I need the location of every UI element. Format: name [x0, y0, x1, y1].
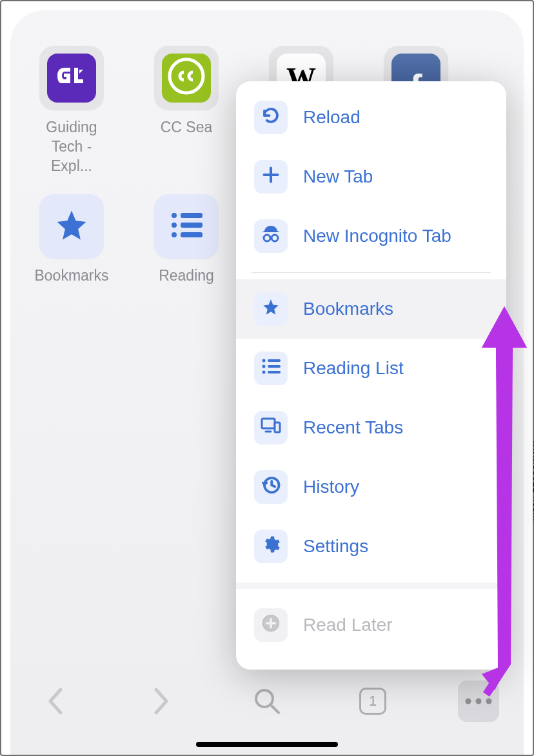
overflow-menu: Reload New Tab New Incognito Tab Bookmar… — [236, 81, 506, 670]
list-icon — [170, 212, 203, 241]
menu-reading-list[interactable]: Reading List — [236, 339, 506, 398]
menu-history[interactable]: History — [236, 457, 506, 517]
svg-rect-18 — [268, 359, 281, 362]
favorite-label: Guiding Tech - Expl... — [30, 118, 114, 176]
menu-label: New Incognito Tab — [303, 226, 451, 246]
menu-label: New Tab — [303, 166, 373, 187]
svg-point-9 — [466, 699, 471, 704]
menu-settings[interactable]: Settings — [236, 517, 506, 576]
menu-separator-thick — [236, 582, 506, 589]
star-icon — [262, 298, 280, 321]
more-menu-button[interactable] — [458, 681, 499, 722]
more-dots-icon — [464, 697, 493, 705]
svg-rect-20 — [268, 365, 281, 368]
shortcut-label: Bookmarks — [34, 266, 108, 286]
svg-point-21 — [262, 370, 266, 373]
menu-label: History — [303, 477, 359, 497]
watermark-text: www.989214.com — [531, 441, 534, 521]
svg-rect-6 — [181, 232, 203, 237]
plus-icon — [262, 166, 280, 188]
add-circle-icon — [261, 613, 281, 637]
incognito-icon — [261, 224, 281, 248]
menu-bookmarks[interactable]: Bookmarks — [236, 279, 506, 339]
menu-new-tab[interactable]: New Tab — [236, 147, 506, 206]
back-button[interactable] — [35, 681, 76, 722]
tab-count-badge: 1 — [359, 688, 386, 715]
favorite-guiding-tech[interactable]: Guiding Tech - Expl... — [30, 46, 114, 176]
reload-icon — [261, 106, 281, 130]
svg-rect-25 — [275, 423, 280, 432]
search-button[interactable] — [246, 681, 288, 722]
forward-button[interactable] — [141, 681, 182, 722]
svg-point-11 — [486, 699, 492, 704]
gt-icon — [57, 64, 86, 92]
svg-point-5 — [172, 232, 177, 237]
svg-rect-2 — [181, 213, 203, 218]
svg-rect-23 — [262, 419, 275, 428]
svg-point-0 — [170, 59, 203, 93]
home-indicator — [196, 742, 338, 747]
svg-point-3 — [172, 223, 177, 228]
svg-point-14 — [264, 235, 270, 241]
search-icon — [253, 687, 281, 715]
shortcut-label: Reading — [159, 266, 214, 286]
svg-rect-22 — [268, 371, 281, 373]
list-icon — [261, 358, 281, 379]
menu-label: Recent Tabs — [303, 417, 403, 438]
shortcut-reading-list[interactable]: Reading — [144, 194, 228, 286]
chevron-right-icon — [152, 687, 170, 715]
cc-icon — [167, 57, 206, 100]
menu-recent-tabs[interactable]: Recent Tabs — [236, 398, 506, 457]
svg-point-10 — [476, 699, 482, 704]
shortcut-bookmarks[interactable]: Bookmarks — [30, 194, 114, 286]
menu-reload[interactable]: Reload — [236, 88, 506, 147]
menu-read-later: Read Later — [236, 595, 506, 655]
gear-icon — [261, 535, 281, 559]
svg-point-1 — [172, 213, 177, 218]
svg-point-17 — [262, 359, 266, 362]
chevron-left-icon — [46, 687, 64, 715]
svg-point-19 — [262, 364, 266, 368]
menu-label: Read Later — [303, 615, 393, 635]
menu-separator — [252, 272, 491, 273]
svg-rect-4 — [181, 223, 203, 228]
menu-label: Bookmarks — [303, 299, 393, 319]
tabs-button[interactable]: 1 — [352, 681, 393, 722]
favorite-label: CC Sea — [161, 118, 213, 137]
menu-label: Reload — [303, 107, 361, 128]
svg-line-8 — [271, 705, 279, 713]
menu-label: Settings — [303, 536, 368, 557]
svg-point-15 — [272, 235, 278, 241]
history-icon — [261, 475, 281, 499]
star-icon — [54, 208, 89, 245]
devices-icon — [261, 417, 281, 439]
favorite-cc-search[interactable]: CC Sea — [144, 46, 228, 176]
menu-label: Reading List — [303, 358, 404, 379]
menu-incognito[interactable]: New Incognito Tab — [236, 206, 506, 266]
